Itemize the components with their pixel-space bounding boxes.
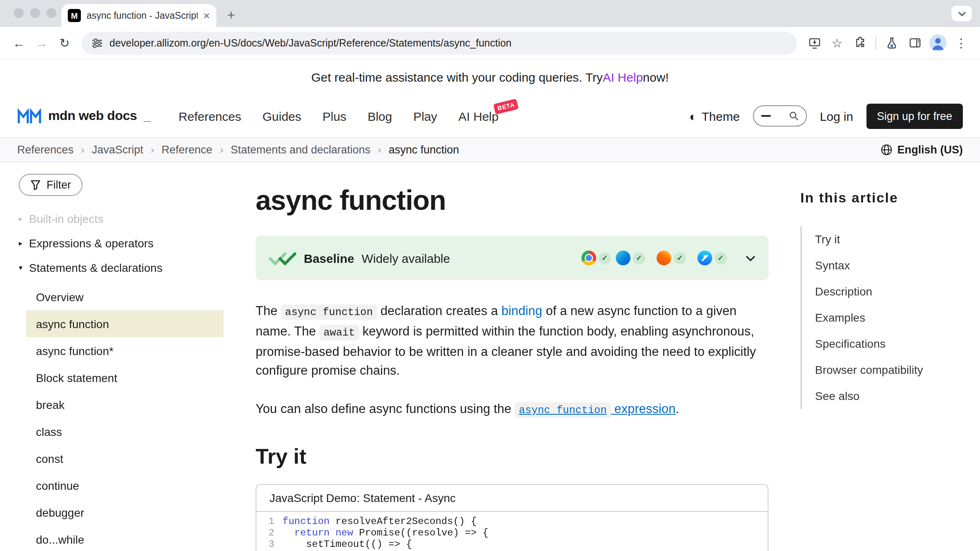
binding-link[interactable]: binding <box>501 304 542 318</box>
breadcrumb-statements[interactable]: Statements and declarations <box>231 144 370 156</box>
browser-toolbar: ← → ↻ developer.allizom.org/en-US/docs/W… <box>0 27 980 60</box>
breadcrumb-separator-icon: › <box>220 144 223 156</box>
breadcrumb-separator-icon: › <box>151 144 154 156</box>
new-tab-button[interactable]: + <box>227 8 235 22</box>
nav-guides[interactable]: Guides <box>263 109 301 123</box>
extensions-button[interactable] <box>849 32 871 53</box>
chevron-down-icon[interactable] <box>746 255 755 261</box>
baseline-status: Widely available <box>361 251 450 265</box>
theme-button[interactable]: ◐ Theme <box>689 109 740 123</box>
sidebar-section-statements-declarations[interactable]: ▾ Statements & declarations <box>17 256 224 280</box>
sidebar-item-async-function-star[interactable]: async function* <box>26 337 224 364</box>
toc-item-see-also[interactable]: See also <box>815 389 860 402</box>
breadcrumb-reference[interactable]: Reference <box>162 144 213 156</box>
edge-icon <box>616 251 630 265</box>
toc-item-syntax[interactable]: Syntax <box>815 259 850 272</box>
async-function-expression-link[interactable]: async function expression <box>515 402 676 415</box>
baseline-label: Baseline <box>304 251 354 265</box>
login-link[interactable]: Log in <box>820 109 853 123</box>
code-line: 1 function resolveAfter2Seconds() { <box>256 516 768 527</box>
nav-blog[interactable]: Blog <box>368 109 392 123</box>
toc-item-examples[interactable]: Examples <box>815 311 865 324</box>
forward-button[interactable]: → <box>31 32 52 53</box>
puzzle-icon <box>854 37 866 49</box>
inline-code: async function <box>515 402 611 418</box>
breadcrumb-current-page: async function <box>389 144 459 156</box>
filter-funnel-icon <box>30 180 41 190</box>
tab-search-button[interactable] <box>951 6 972 21</box>
sidebar-item-class[interactable]: class <box>26 418 224 445</box>
sidebar-section-label: Built-in objects <box>29 212 103 225</box>
collapsed-triangle-icon: ▸ <box>19 215 22 222</box>
sidebar-item-debugger[interactable]: debugger <box>26 499 224 526</box>
page-title: async function <box>256 184 768 216</box>
browser-window: M async function - JavaScript | × + ← → … <box>0 0 980 551</box>
search-icon[interactable] <box>789 111 799 121</box>
profile-avatar[interactable] <box>929 34 947 51</box>
sidebar-item-break[interactable]: break <box>26 391 224 418</box>
sidebar-item-async-function[interactable]: async function <box>26 310 224 337</box>
sidebar-item-block-statement[interactable]: Block statement <box>26 364 224 391</box>
sidebar-item-continue[interactable]: continue <box>26 472 224 499</box>
firefox-icon <box>657 251 671 265</box>
toolbar-divider <box>875 36 876 49</box>
side-panel-button[interactable] <box>904 32 925 53</box>
install-site-button[interactable] <box>804 32 825 53</box>
toc-item-description[interactable]: Description <box>815 285 872 298</box>
language-switcher[interactable]: English (US) <box>880 144 963 156</box>
chrome-labs-button[interactable] <box>881 32 902 53</box>
toc-item-specifications[interactable]: Specifications <box>815 337 886 350</box>
breadcrumb-separator-icon: › <box>81 144 85 156</box>
mdn-logo[interactable]: mdn web docs_ <box>17 108 151 124</box>
expanded-triangle-icon: ▾ <box>19 264 22 271</box>
sidebar-item-const[interactable]: const <box>26 445 224 472</box>
toc-list: Try it Syntax Description Examples Speci… <box>800 226 964 409</box>
line-number: 1 <box>256 516 283 527</box>
browser-menu-button[interactable]: ⋮ <box>951 32 972 53</box>
sidebar-item-overview[interactable]: Overview <box>26 283 224 310</box>
reload-button[interactable]: ↻ <box>54 32 75 53</box>
browser-tab[interactable]: M async function - JavaScript | × <box>61 4 216 27</box>
zoom-window-button[interactable] <box>47 8 56 18</box>
minimize-window-button[interactable] <box>30 8 40 18</box>
chrome-icon <box>581 251 596 265</box>
ai-help-promo-link[interactable]: AI Help <box>603 70 643 84</box>
person-icon <box>929 34 947 51</box>
sidebar-section-built-in-objects[interactable]: ▸ Built-in objects <box>17 207 224 231</box>
line-number: 2 <box>256 527 283 539</box>
intro-paragraph: The async function declaration creates a… <box>256 301 768 380</box>
signup-button[interactable]: Sign up for free <box>866 103 963 129</box>
nav-ai-help[interactable]: AI HelpBETA <box>459 109 499 123</box>
back-button[interactable]: ← <box>8 32 29 53</box>
sidebar-item-do-while[interactable]: do...while <box>26 526 224 551</box>
side-panel-icon <box>909 38 921 48</box>
filter-button[interactable]: Filter <box>19 174 82 196</box>
main-navigation: References Guides Plus Blog Play AI Help… <box>178 109 499 123</box>
breadcrumb-references[interactable]: References <box>17 144 74 156</box>
close-window-button[interactable] <box>14 8 24 18</box>
nav-references[interactable]: References <box>178 109 241 123</box>
inline-code: async function <box>281 304 377 320</box>
address-bar[interactable]: developer.allizom.org/en-US/docs/Web/Jav… <box>82 31 797 54</box>
baseline-banner[interactable]: Baseline Widely available ✓ ✓ ✓ ✓ <box>256 236 768 280</box>
nav-plus[interactable]: Plus <box>323 109 346 123</box>
breadcrumb-javascript[interactable]: JavaScript <box>92 144 143 156</box>
theme-icon: ◐ <box>689 110 697 122</box>
sidebar-section-expressions-operators[interactable]: ▸ Expressions & operators <box>17 231 224 256</box>
bookmark-star-button[interactable]: ☆ <box>826 32 848 53</box>
code-editor[interactable]: 1 function resolveAfter2Seconds() { 2 re… <box>256 512 768 551</box>
toc-item-browser-compatibility[interactable]: Browser compatibility <box>815 363 923 376</box>
site-info-icon[interactable] <box>91 37 103 49</box>
paragraph-text: . <box>675 402 679 415</box>
language-label: English (US) <box>898 144 963 156</box>
second-paragraph: You can also define async functions usin… <box>256 399 768 420</box>
url-text[interactable]: developer.allizom.org/en-US/docs/Web/Jav… <box>109 37 512 49</box>
flask-icon <box>886 37 898 49</box>
search-input[interactable] <box>753 105 807 127</box>
toc-item-try-it[interactable]: Try it <box>815 233 840 246</box>
line-number: 3 <box>256 539 283 550</box>
nav-play[interactable]: Play <box>413 109 437 123</box>
chevron-down-icon <box>958 11 966 16</box>
tab-close-icon[interactable]: × <box>203 10 210 21</box>
search-placeholder-dash <box>761 115 771 117</box>
